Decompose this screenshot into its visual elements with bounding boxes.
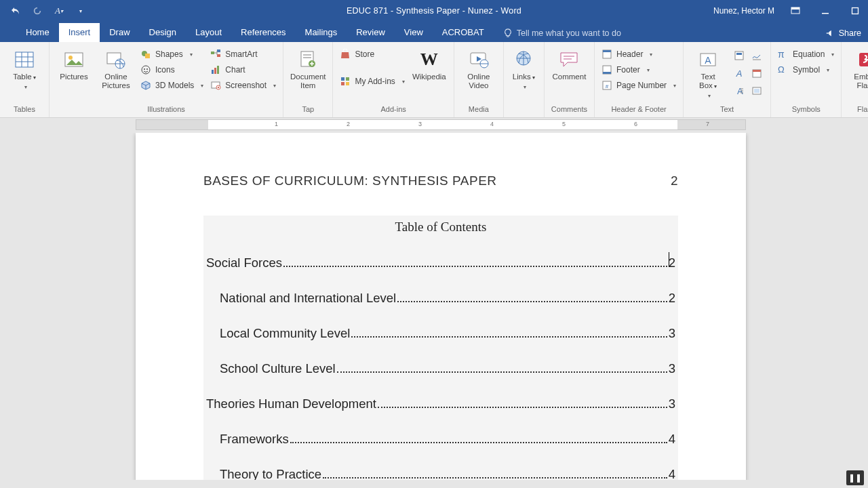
document-item-icon	[297, 49, 319, 70]
toc-entry[interactable]: National and International Level 2	[206, 291, 675, 306]
3d-models-icon	[140, 80, 151, 91]
tab-draw[interactable]: Draw	[100, 23, 139, 42]
group-flash: Embed Flash Flash	[842, 42, 868, 117]
screenshot-button[interactable]: Screenshot	[210, 80, 276, 91]
comment-icon	[558, 49, 580, 70]
tab-home[interactable]: Home	[16, 23, 59, 42]
toc-entry[interactable]: Social Forces 2	[206, 253, 675, 270]
wordart-button[interactable]: A	[732, 66, 746, 80]
svg-rect-16	[217, 49, 220, 52]
group-symbols-label: Symbols	[778, 105, 834, 117]
symbol-button[interactable]: Ω Symbol	[778, 64, 834, 75]
undo-icon[interactable]	[9, 5, 22, 17]
embed-flash-button[interactable]: Embed Flash	[848, 45, 868, 90]
icons-button[interactable]: Icons	[140, 64, 203, 75]
qat-more-icon[interactable]: ▾	[75, 5, 87, 17]
tab-insert[interactable]: Insert	[59, 23, 100, 42]
minimize-icon[interactable]	[816, 4, 834, 18]
wikipedia-icon: W	[418, 49, 440, 70]
toc-entry[interactable]: Local Community Level 3	[206, 326, 675, 341]
shapes-icon	[140, 49, 151, 60]
tell-me-search[interactable]: Tell me what you want to do	[503, 28, 621, 42]
toc-entry[interactable]: Theories Human Development 3	[206, 396, 675, 411]
svg-rect-11	[145, 54, 150, 58]
svg-rect-23	[218, 87, 219, 88]
running-head-text: BASES OF CURRICULUM: SYNTHESIS PAPER	[203, 174, 497, 188]
screenshot-icon	[210, 80, 221, 91]
svg-rect-25	[303, 54, 311, 56]
toc-entry[interactable]: Frameworks 4	[206, 432, 675, 447]
toc-entry-page: 2	[669, 256, 675, 270]
links-button[interactable]: Links	[506, 45, 541, 90]
tab-layout[interactable]: Layout	[186, 23, 231, 42]
equation-button[interactable]: π Equation	[778, 49, 834, 60]
document-item-label: Document Item	[290, 73, 326, 90]
ruler[interactable]: 1 2 3 4 5 6 7	[0, 118, 868, 133]
comment-button[interactable]: Comment	[551, 45, 587, 81]
tab-mailings[interactable]: Mailings	[296, 23, 347, 42]
toc-leader-dots	[323, 477, 667, 479]
group-hf-label: Header & Footer	[601, 105, 676, 117]
share-button[interactable]: Share	[825, 28, 861, 38]
svg-rect-2	[822, 13, 829, 14]
toc-entry[interactable]: Theory to Practice 4	[206, 467, 675, 480]
user-name[interactable]: Nunez, Hector M	[713, 6, 774, 16]
online-pictures-label: Online Pictures	[102, 73, 130, 90]
font-style-icon[interactable]: A▾	[53, 5, 65, 17]
toc-entry-text: Social Forces	[206, 256, 282, 270]
embed-flash-label: Embed Flash	[854, 73, 868, 90]
toc-entry-page: 3	[669, 326, 675, 341]
flash-icon	[855, 49, 868, 70]
lightbulb-icon	[503, 28, 513, 38]
online-video-icon	[468, 49, 490, 70]
tab-acrobat[interactable]: ACROBAT	[433, 23, 494, 42]
document-area[interactable]: BASES OF CURRICULUM: SYNTHESIS PAPER 2 T…	[0, 133, 868, 480]
pictures-icon	[63, 49, 85, 70]
page-number-label: Page Number	[616, 81, 667, 90]
header-button[interactable]: Header	[601, 49, 676, 60]
shapes-button[interactable]: Shapes	[140, 49, 203, 60]
pictures-button[interactable]: Pictures	[56, 45, 92, 81]
tab-references[interactable]: References	[231, 23, 295, 42]
object-button[interactable]	[750, 84, 764, 98]
page-number-button[interactable]: # Page Number	[601, 80, 676, 91]
redo-icon[interactable]	[31, 5, 43, 17]
maximize-icon[interactable]	[846, 4, 864, 18]
drop-cap-button[interactable]: A	[732, 84, 746, 98]
toc-title: Table of Contents	[206, 220, 675, 235]
ribbon-display-icon[interactable]	[787, 4, 804, 18]
footer-button[interactable]: Footer	[601, 64, 676, 75]
toc-entry[interactable]: School Culture Level 3	[206, 361, 675, 376]
textbox-button[interactable]: A Text Box	[690, 45, 726, 99]
wikipedia-button[interactable]: W Wikipedia	[412, 45, 447, 81]
group-addins-label: Add-ins	[340, 105, 446, 117]
ribbon: Table Tables Pictures Online Pictures	[0, 42, 868, 118]
quick-parts-button[interactable]	[732, 49, 746, 62]
my-addins-icon	[340, 76, 351, 87]
page[interactable]: BASES OF CURRICULUM: SYNTHESIS PAPER 2 T…	[136, 133, 746, 480]
store-button[interactable]: Store	[340, 49, 404, 60]
ribbon-tabs: Home Insert Draw Design Layout Reference…	[0, 22, 868, 42]
document-item-button[interactable]: Document Item	[290, 45, 326, 90]
textbox-icon: A	[697, 49, 719, 70]
table-button[interactable]: Table	[7, 45, 42, 90]
tab-design[interactable]: Design	[140, 23, 186, 42]
chart-button[interactable]: Chart	[210, 64, 276, 75]
date-time-button[interactable]	[750, 66, 764, 80]
group-text: A Text Box A A Text	[684, 42, 771, 117]
my-addins-button[interactable]: My Add-ins	[340, 76, 404, 87]
signature-line-button[interactable]	[750, 49, 764, 62]
share-label: Share	[839, 28, 861, 38]
online-video-button[interactable]: Online Video	[461, 45, 496, 90]
3d-models-button[interactable]: 3D Models	[140, 80, 203, 91]
tab-view[interactable]: View	[395, 23, 433, 42]
smartart-button[interactable]: SmartArt	[210, 49, 276, 60]
toc-field[interactable]: Table of Contents Social Forces 2Nationa…	[203, 216, 678, 480]
svg-rect-31	[346, 82, 349, 85]
online-pictures-button[interactable]: Online Pictures	[98, 45, 134, 90]
wikipedia-label: Wikipedia	[412, 73, 446, 81]
group-links: Links	[504, 42, 545, 117]
svg-rect-47	[753, 70, 761, 72]
tab-review[interactable]: Review	[347, 23, 395, 42]
group-comments: Comment Comments	[545, 42, 595, 117]
